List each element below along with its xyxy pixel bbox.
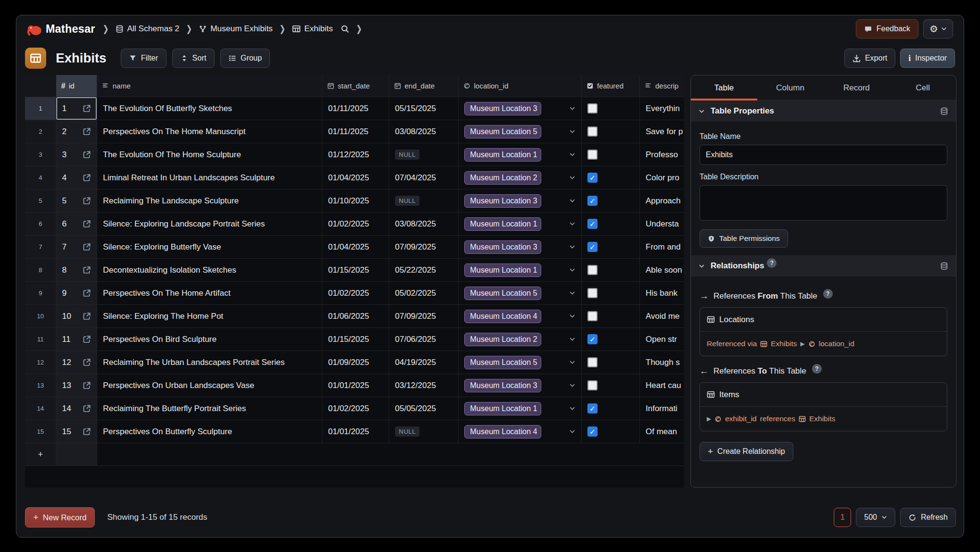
chevron-down-icon[interactable]: [569, 313, 575, 319]
description-cell[interactable]: Able soon: [640, 259, 684, 282]
location-cell[interactable]: Museum Location 5: [458, 120, 582, 143]
start-date-cell[interactable]: 01/09/2025: [322, 351, 389, 374]
end-date-cell[interactable]: 03/08/2025: [389, 120, 458, 143]
featured-checkbox[interactable]: ✓: [587, 242, 598, 252]
featured-cell[interactable]: [582, 282, 640, 305]
settings-button[interactable]: ⚙: [923, 19, 953, 38]
start-date-cell[interactable]: 01/15/2025: [322, 259, 389, 282]
row-number[interactable]: 14: [25, 397, 56, 420]
row-number[interactable]: 7: [25, 236, 56, 259]
open-record-icon[interactable]: [83, 220, 91, 228]
featured-cell[interactable]: ✓: [582, 236, 640, 259]
chevron-down-icon[interactable]: [569, 128, 575, 135]
location-cell[interactable]: Museum Location 3: [458, 189, 582, 213]
id-cell[interactable]: 7: [56, 236, 97, 259]
featured-cell[interactable]: [582, 143, 640, 166]
sort-button[interactable]: Sort: [172, 49, 215, 68]
group-button[interactable]: Group: [220, 49, 270, 68]
reference-to-detail-link[interactable]: ▶ exhibit_id references Exhibits: [700, 407, 947, 431]
featured-checkbox[interactable]: ✓: [587, 403, 598, 414]
featured-cell[interactable]: ✓: [582, 166, 640, 189]
name-cell[interactable]: The Evolution Of The Home Sculpture: [97, 143, 322, 166]
id-cell[interactable]: 6: [56, 213, 97, 236]
breadcrumb-table[interactable]: Exhibits: [292, 24, 333, 34]
page-size-select[interactable]: 500: [856, 508, 895, 527]
brand[interactable]: Mathesar: [27, 22, 95, 36]
end-date-cell[interactable]: 05/22/2025: [389, 259, 458, 282]
featured-cell[interactable]: [582, 374, 640, 397]
featured-cell[interactable]: ✓: [582, 328, 640, 351]
row-number[interactable]: 4: [25, 166, 56, 189]
breadcrumb-schema[interactable]: Museum Exhibits: [199, 24, 272, 34]
triangle-right-icon[interactable]: ▶: [707, 415, 711, 422]
featured-cell[interactable]: [582, 120, 640, 143]
open-record-icon[interactable]: [83, 289, 91, 297]
featured-cell[interactable]: ✓: [582, 397, 640, 420]
row-number[interactable]: 6: [25, 213, 56, 236]
end-date-cell[interactable]: 04/19/2025: [389, 351, 458, 374]
page-number-button[interactable]: 1: [834, 508, 851, 527]
column-header-location-id[interactable]: location_id: [458, 75, 582, 97]
open-record-icon[interactable]: [83, 312, 91, 320]
end-date-cell[interactable]: NULL: [389, 420, 458, 443]
search-icon[interactable]: [341, 25, 349, 33]
start-date-cell[interactable]: 01/02/2025: [322, 397, 389, 420]
featured-checkbox[interactable]: [587, 150, 598, 160]
description-cell[interactable]: Professo: [640, 143, 684, 166]
related-table-locations[interactable]: Locations: [700, 308, 947, 332]
description-cell[interactable]: Open str: [640, 328, 684, 351]
featured-checkbox[interactable]: [587, 126, 598, 137]
row-number[interactable]: 2: [25, 120, 56, 143]
description-cell[interactable]: Of mean: [640, 420, 684, 443]
name-cell[interactable]: Perspectives On Urban Landscapes Vase: [97, 374, 322, 397]
id-cell[interactable]: 3: [56, 143, 97, 166]
featured-checkbox[interactable]: [587, 311, 598, 321]
name-cell[interactable]: The Evolution Of Butterfly Sketches: [97, 97, 322, 120]
start-date-cell[interactable]: 01/01/2025: [322, 420, 389, 443]
open-record-icon[interactable]: [83, 381, 91, 389]
column-header-featured[interactable]: featured: [582, 75, 640, 97]
id-cell[interactable]: 10: [56, 305, 97, 328]
end-date-cell[interactable]: 03/12/2025: [389, 374, 458, 397]
chevron-down-icon[interactable]: [569, 336, 575, 342]
filter-button[interactable]: Filter: [121, 49, 166, 68]
featured-checkbox[interactable]: ✓: [587, 196, 598, 206]
location-cell[interactable]: Museum Location 1: [458, 213, 582, 236]
description-cell[interactable]: Informati: [640, 397, 684, 420]
id-cell[interactable]: 13: [56, 374, 97, 397]
location-cell[interactable]: Museum Location 5: [458, 351, 582, 374]
chevron-down-icon[interactable]: [569, 244, 575, 250]
description-cell[interactable]: Though s: [640, 351, 684, 374]
featured-cell[interactable]: [582, 259, 640, 282]
description-cell[interactable]: Everythin: [640, 97, 684, 120]
featured-checkbox[interactable]: ✓: [587, 173, 598, 183]
export-button[interactable]: Export: [844, 49, 895, 68]
row-number[interactable]: 9: [25, 282, 56, 305]
start-date-cell[interactable]: 01/04/2025: [322, 236, 389, 259]
add-record-button[interactable]: +: [25, 443, 56, 466]
location-cell[interactable]: Museum Location 3: [458, 97, 582, 120]
location-cell[interactable]: Museum Location 2: [458, 166, 582, 189]
end-date-cell[interactable]: 07/09/2025: [389, 305, 458, 328]
description-cell[interactable]: From and: [640, 236, 684, 259]
help-icon[interactable]: ?: [767, 258, 776, 268]
start-date-cell[interactable]: 01/06/2025: [322, 305, 389, 328]
end-date-cell[interactable]: 05/02/2025: [389, 282, 458, 305]
location-cell[interactable]: Museum Location 4: [458, 305, 582, 328]
open-record-icon[interactable]: [83, 404, 91, 413]
id-cell[interactable]: 15: [56, 420, 97, 443]
name-cell[interactable]: Decontextualizing Isolation Sketches: [97, 259, 322, 282]
breadcrumb-schema-group[interactable]: All Schemas 2: [115, 24, 179, 34]
table-name-input[interactable]: [700, 145, 947, 165]
featured-cell[interactable]: ✓: [582, 189, 640, 213]
location-cell[interactable]: Museum Location 2: [458, 328, 582, 351]
description-cell[interactable]: Color pro: [640, 166, 684, 189]
id-cell[interactable]: 5: [56, 189, 97, 213]
refresh-button[interactable]: Refresh: [900, 508, 956, 527]
location-cell[interactable]: Museum Location 3: [458, 236, 582, 259]
inspector-button[interactable]: i Inspector: [900, 49, 955, 68]
chevron-down-icon[interactable]: [569, 290, 575, 296]
chevron-down-icon[interactable]: [569, 405, 575, 412]
open-record-icon[interactable]: [83, 335, 91, 343]
open-record-icon[interactable]: [83, 197, 91, 205]
